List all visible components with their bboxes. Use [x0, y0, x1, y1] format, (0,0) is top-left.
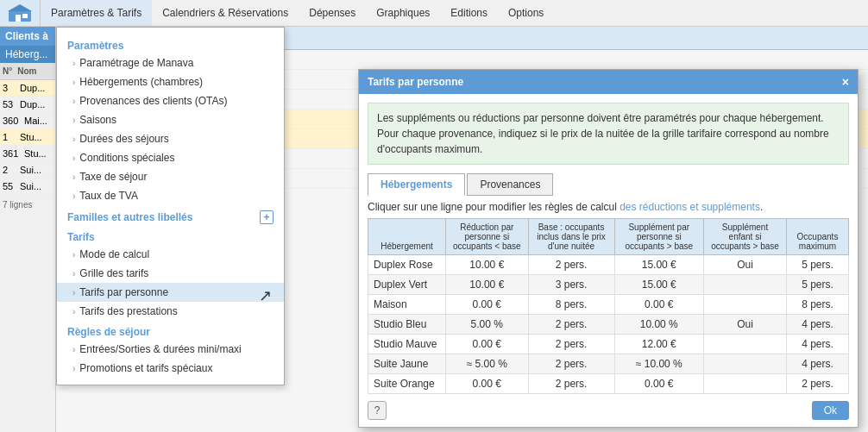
menu-params[interactable]: Paramètres & Tarifs: [41, 0, 152, 26]
svg-rect-2: [16, 15, 21, 22]
chevron-icon: ›: [72, 191, 75, 201]
modal-title: Tarifs par personne: [368, 76, 463, 88]
svg-rect-3: [22, 14, 28, 18]
cell-hebergement: Suite Orange: [368, 374, 446, 394]
modal-header: Tarifs par personne ×: [359, 70, 858, 94]
cell-enfant: [704, 275, 787, 295]
chevron-icon: ›: [72, 116, 75, 125]
cell-max: 4 pers.: [786, 315, 848, 335]
cell-hebergement: Maison: [368, 295, 446, 315]
cell-enfant: [704, 295, 787, 315]
cell-reduction: 5.00 %: [446, 315, 529, 335]
menu-depenses[interactable]: Dépenses: [299, 0, 366, 26]
cell-supplement: ≈ 10.00 %: [614, 354, 704, 374]
table-row[interactable]: Duplex Rose 10.00 € 2 pers. 15.00 € Oui …: [368, 255, 849, 275]
modal-close-button[interactable]: ×: [842, 75, 849, 89]
chevron-icon: ›: [72, 364, 75, 373]
dropdown-item-entrees-sorties[interactable]: › Entrées/Sorties & durées mini/maxi: [57, 340, 284, 359]
table-row[interactable]: Maison 0.00 € 8 pers. 0.00 € 8 pers.: [368, 295, 849, 315]
table-row[interactable]: Studio Bleu 5.00 % 2 pers. 10.00 % Oui 4…: [368, 315, 849, 335]
left-panel: Clients à Héberg... N° Nom 3 Dup... 53 D…: [0, 27, 56, 432]
table-row[interactable]: Suite Orange 0.00 € 2 pers. 0.00 € 2 per…: [368, 374, 849, 394]
cell-reduction: 0.00 €: [446, 374, 529, 394]
dropdown-item-conditions[interactable]: › Conditions spéciales: [57, 148, 284, 167]
col-nom-header: Nom: [15, 65, 39, 78]
add-family-button[interactable]: +: [260, 210, 274, 224]
col-header-supplement: Supplément par personne si occupants > b…: [614, 219, 704, 255]
menu-graphiques[interactable]: Graphiques: [366, 0, 440, 26]
cell-max: 4 pers.: [786, 354, 848, 374]
col-header-hebergement: Hébergement: [368, 219, 446, 255]
cell-reduction: ≈ 5.00 %: [446, 354, 529, 374]
dropdown-item-taxe[interactable]: › Taxe de séjour: [57, 167, 284, 186]
modal-table: Hébergement Réduction par personne si oc…: [368, 218, 849, 394]
cell-enfant: [704, 374, 787, 394]
dropdown-section-regles: Règles de séjour: [57, 321, 284, 340]
table-row[interactable]: 360 Mai...: [0, 113, 55, 129]
table-row[interactable]: Suite Jaune ≈ 5.00 % 2 pers. ≈ 10.00 % 4…: [368, 354, 849, 374]
dropdown-item-promotions[interactable]: › Promotions et tarifs spéciaux: [57, 359, 284, 378]
cell-base: 2 pers.: [528, 255, 614, 275]
col-header-max: Occupants maximum: [786, 219, 848, 255]
cell-base: 8 pers.: [528, 295, 614, 315]
cell-hebergement: Studio Mauve: [368, 335, 446, 354]
col-num-header: N°: [0, 65, 15, 78]
chevron-icon: ›: [72, 288, 75, 297]
cell-enfant: Oui: [704, 255, 787, 275]
table-row[interactable]: Duplex Vert 10.00 € 3 pers. 15.00 € 5 pe…: [368, 275, 849, 295]
clients-header: Clients à: [0, 27, 55, 46]
modal-tarifs-personne: Tarifs par personne × Les suppléments ou…: [358, 69, 859, 428]
dropdown-item-durees[interactable]: › Durées des séjours: [57, 129, 284, 148]
menubar: Paramètres & Tarifs Calendriers & Réserv…: [0, 0, 868, 27]
col-header-base: Base : occupants inclus dans le prix d'u…: [528, 219, 614, 255]
dropdown-item-mode-calcul[interactable]: › Mode de calcul: [57, 245, 284, 264]
cell-hebergement: Studio Bleu: [368, 315, 446, 335]
cell-reduction: 10.00 €: [446, 275, 529, 295]
chevron-icon: ›: [72, 269, 75, 279]
dropdown-item-saisons[interactable]: › Saisons: [57, 110, 284, 129]
menu-editions[interactable]: Editions: [440, 0, 498, 26]
chevron-icon: ›: [72, 345, 75, 354]
dropdown-item-tarifs-personne[interactable]: › Tarifs par personne ↗: [57, 283, 284, 302]
table-header: N° Nom: [0, 63, 55, 80]
dropdown-item-provenances[interactable]: › Provenances des clients (OTAs): [57, 91, 284, 110]
modal-subtitle: Cliquer sur une ligne pour modifier les …: [359, 196, 858, 218]
menu-options[interactable]: Options: [498, 0, 554, 26]
table-row[interactable]: Studio Mauve 0.00 € 2 pers. 12.00 € 4 pe…: [368, 335, 849, 354]
table-row[interactable]: 3 Dup...: [0, 80, 55, 97]
table-rows: 3 Dup... 53 Dup... 360 Mai... 1 Stu... 3…: [0, 80, 55, 195]
dropdown-item-tva[interactable]: › Taux de TVA: [57, 186, 284, 205]
cell-max: 5 pers.: [786, 255, 848, 275]
chevron-icon: ›: [72, 172, 75, 182]
ok-button[interactable]: Ok: [812, 401, 849, 420]
chevron-icon: ›: [72, 59, 75, 68]
cell-hebergement: Duplex Vert: [368, 275, 446, 295]
cell-max: 8 pers.: [786, 295, 848, 315]
cell-max: 4 pers.: [786, 335, 848, 354]
app-logo: [0, 0, 41, 26]
cell-supplement: 12.00 €: [614, 335, 704, 354]
cell-supplement: 0.00 €: [614, 295, 704, 315]
chevron-icon: ›: [72, 78, 75, 87]
cell-enfant: Oui: [704, 315, 787, 335]
dropdown-item-hebergements[interactable]: › Hébergements (chambres): [57, 72, 284, 91]
table-row[interactable]: 2 Sui...: [0, 162, 55, 178]
table-row[interactable]: 53 Dup...: [0, 97, 55, 113]
dropdown-item-tarifs-prestations[interactable]: › Tarifs des prestations: [57, 302, 284, 321]
table-row[interactable]: 55 Sui...: [0, 178, 55, 195]
col-header-reduction: Réduction par personne si occupants < ba…: [446, 219, 529, 255]
tab-hebergements[interactable]: Hébergements: [368, 173, 465, 196]
table-row[interactable]: 361 Stu...: [0, 146, 55, 162]
menu-calendriers[interactable]: Calendriers & Réservations: [152, 0, 299, 26]
dropdown-item-grille[interactable]: › Grille des tarifs: [57, 264, 284, 283]
table-row[interactable]: 1 Stu...: [0, 129, 55, 146]
help-button[interactable]: ?: [368, 401, 387, 420]
cell-reduction: 10.00 €: [446, 255, 529, 275]
chevron-icon: ›: [72, 97, 75, 106]
dropdown-item-parametrage[interactable]: › Paramétrage de Manava: [57, 53, 284, 72]
cell-enfant: [704, 335, 787, 354]
cell-base: 2 pers.: [528, 315, 614, 335]
chevron-icon: ›: [72, 153, 75, 163]
tab-provenances[interactable]: Provenances: [467, 173, 553, 196]
cell-supplement: 10.00 %: [614, 315, 704, 335]
